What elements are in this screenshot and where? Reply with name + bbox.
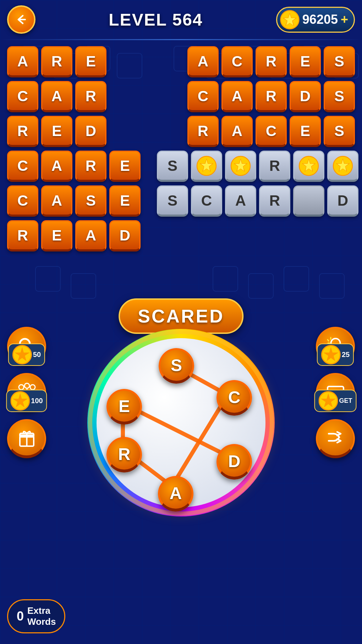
cost-star-icon-3 <box>321 345 341 364</box>
svg-rect-14 <box>284 266 309 291</box>
extra-words-count: 0 <box>17 609 24 624</box>
hint-button[interactable]: 25 <box>316 327 355 366</box>
tile-are-r: R <box>41 46 72 77</box>
wheel-letter-a[interactable]: A <box>158 476 193 512</box>
tile-car-c: C <box>7 81 38 112</box>
puzzle-star-2 <box>225 151 256 182</box>
tile-read-r: R <box>7 220 38 251</box>
puzzle2-r: R <box>259 185 290 217</box>
tile-races-s: S <box>324 116 355 147</box>
shuffle-icon <box>326 428 345 448</box>
search-cost-value: 50 <box>33 351 41 359</box>
star-coin-3 <box>298 156 319 176</box>
tile-cards-r: R <box>256 81 287 112</box>
tile-read-d: D <box>109 220 141 251</box>
svg-point-40 <box>19 385 24 390</box>
bulb-cost-badge: 100 <box>6 390 47 412</box>
svg-rect-15 <box>319 274 344 298</box>
shuffle-button[interactable] <box>316 419 355 458</box>
puzzle-star-4 <box>327 151 358 182</box>
tile-races-r: R <box>187 116 219 147</box>
puzzle-r: R <box>259 151 290 182</box>
tile-care-c: C <box>7 151 38 182</box>
grid-row-1: A R E A C R E S <box>7 46 355 77</box>
star-coin-2 <box>230 156 251 176</box>
puzzle-star-3 <box>293 151 324 182</box>
puzzle2-c: C <box>191 185 222 217</box>
tile-car-r: R <box>75 81 106 112</box>
tile-care-r: R <box>75 151 106 182</box>
header: LEVEL 564 96205 + <box>0 0 362 39</box>
wheel-letter-s[interactable]: S <box>159 348 194 384</box>
coin-star-icon <box>280 10 300 29</box>
tile-red-r: R <box>7 116 38 147</box>
search-cost-badge: 50 <box>8 343 45 366</box>
cost-star-icon <box>12 345 32 364</box>
puzzle-s: S <box>157 151 188 182</box>
puzzle2-d: D <box>327 185 358 217</box>
tile-care-e: E <box>109 151 141 182</box>
tile-acres-a: A <box>187 46 219 77</box>
extra-words-label: ExtraWords <box>27 605 56 627</box>
right-action-buttons: 25 GET <box>316 327 355 458</box>
svg-rect-10 <box>35 266 60 291</box>
word-grid: A R E A C R E S C A R C A R D S R E D R … <box>7 46 355 255</box>
grid-row-4: C A R E S R <box>7 151 355 182</box>
extra-words-button[interactable]: 0 ExtraWords <box>7 599 65 633</box>
back-button[interactable] <box>7 5 35 34</box>
grid-row-3: R E D R A C E S <box>7 116 355 147</box>
svg-point-42 <box>24 383 29 388</box>
tile-are-e: E <box>75 46 106 77</box>
level-title: LEVEL 564 <box>109 10 203 29</box>
tile-care-a: A <box>41 151 72 182</box>
cost-star-icon-4 <box>318 391 338 411</box>
tile-car-a: A <box>41 81 72 112</box>
back-icon <box>14 12 29 27</box>
wheel-letter-d[interactable]: D <box>216 444 252 480</box>
svg-rect-13 <box>248 274 273 298</box>
puzzle2-blank <box>293 185 324 217</box>
get-label-value: GET <box>339 397 352 405</box>
current-word-display: SCARED <box>119 298 243 334</box>
tile-case-e: E <box>109 185 141 217</box>
tile-races-a: A <box>221 116 253 147</box>
tile-read-e: E <box>41 220 72 251</box>
tile-cards-s: S <box>324 81 355 112</box>
puzzle2-s: S <box>157 185 188 217</box>
grid-row-2: C A R C A R D S <box>7 81 355 112</box>
wheel-letter-e[interactable]: E <box>106 389 142 424</box>
tile-case-a: A <box>41 185 72 217</box>
letter-wheel[interactable]: S C E D A R <box>92 334 270 512</box>
watch-button[interactable]: GET <box>316 373 355 412</box>
tile-races-c: C <box>256 116 287 147</box>
header-separator <box>0 39 362 40</box>
search-button[interactable]: 50 <box>7 327 46 366</box>
cost-star-icon-2 <box>10 391 30 411</box>
coins-plus: + <box>341 12 348 27</box>
current-word-pill: SCARED <box>119 298 243 334</box>
tile-cards-a: A <box>221 81 253 112</box>
gift-button[interactable] <box>7 419 46 458</box>
get-cost-badge: GET <box>314 390 356 412</box>
star-coin-4 <box>333 156 353 176</box>
svg-line-57 <box>328 340 329 341</box>
tile-cards-d: D <box>290 81 321 112</box>
coins-display[interactable]: 96205 + <box>276 7 355 33</box>
hint-cost-badge: 25 <box>317 343 354 366</box>
bulb-cost-value: 100 <box>31 397 43 405</box>
tile-acres-r: R <box>256 46 287 77</box>
svg-rect-12 <box>213 266 238 291</box>
tile-case-c: C <box>7 185 38 217</box>
wheel-letter-r[interactable]: R <box>106 437 142 472</box>
wheel-background: S C E D A R <box>92 334 270 512</box>
wheel-letter-c[interactable]: C <box>216 380 252 416</box>
hint-cost-value: 25 <box>342 351 350 359</box>
svg-point-44 <box>30 385 35 390</box>
tile-cards-c: C <box>187 81 219 112</box>
grid-row-6: R E A D <box>7 220 355 251</box>
bulb-group-button[interactable]: 100 <box>7 373 46 412</box>
tile-acres-c: C <box>221 46 253 77</box>
svg-rect-11 <box>71 274 96 298</box>
grid-row-5: C A S E S C A R D <box>7 185 355 217</box>
puzzle2-a: A <box>225 185 256 217</box>
